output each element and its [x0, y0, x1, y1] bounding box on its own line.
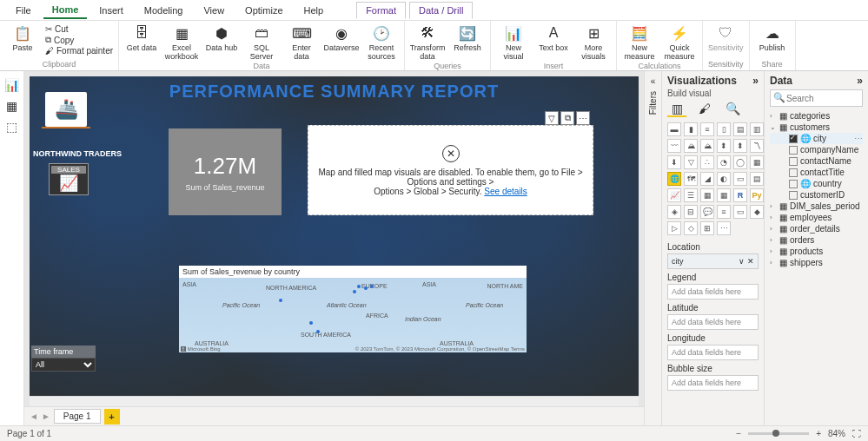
zoom-in-button[interactable]: + — [816, 429, 821, 438]
get-more-visuals-icon[interactable]: ⋯ — [717, 221, 731, 235]
fit-to-page-button[interactable]: ⛶ — [852, 429, 861, 438]
checkbox[interactable] — [789, 168, 798, 177]
clustered-column-icon[interactable]: ▯ — [717, 122, 731, 136]
sql-button[interactable]: 🗃SQL Server — [244, 24, 279, 61]
matrix-icon[interactable]: ▦ — [717, 188, 731, 202]
stacked-column-icon[interactable]: ▮ — [684, 122, 698, 136]
paste-button[interactable]: 📋Paste — [5, 24, 40, 52]
custom2-icon[interactable]: ⊞ — [700, 221, 714, 235]
narrative-icon[interactable]: ≡ — [717, 205, 731, 219]
collapse-data-icon[interactable]: » — [857, 75, 863, 87]
tab-file[interactable]: File — [7, 3, 40, 18]
bubble-well[interactable]: Add data fields here — [667, 375, 759, 391]
field-companyname[interactable]: companyName — [770, 144, 863, 155]
excel-button[interactable]: ▦Excel workbook — [164, 24, 199, 61]
line-col-icon[interactable]: ⬍ — [717, 139, 731, 153]
checkbox[interactable] — [789, 146, 798, 155]
table-orders[interactable]: ›▦orders — [770, 234, 863, 246]
expand-filters-icon[interactable]: « — [651, 76, 656, 86]
funnel-icon[interactable]: ▽ — [684, 155, 698, 169]
field-contacttitle[interactable]: contactTitle — [770, 167, 863, 178]
checkbox[interactable] — [789, 191, 798, 200]
field-customerid[interactable]: customerID — [770, 189, 863, 201]
kpi-icon[interactable]: 📈 — [667, 188, 681, 202]
focus-icon[interactable]: ⧉ — [560, 111, 574, 125]
timeframe-select[interactable]: All — [31, 358, 96, 372]
table-dim[interactable]: ›▦DIM_sales_period — [770, 201, 863, 212]
paginated-icon[interactable]: ▭ — [733, 205, 747, 219]
table-shippers[interactable]: ›▦shippers — [770, 257, 863, 268]
see-details-link[interactable]: See details — [484, 187, 527, 196]
close-icon[interactable]: ✕ — [442, 145, 460, 162]
zoom-slider[interactable] — [748, 432, 809, 435]
stacked-area-icon[interactable]: ⛰ — [700, 139, 714, 153]
table-customers[interactable]: ⌄▦customers — [770, 122, 863, 133]
card-icon[interactable]: ▭ — [733, 172, 747, 186]
decomp-tree-icon[interactable]: ⊟ — [684, 205, 698, 219]
report-canvas[interactable]: PERFORMANCE SUMMARY REPORT 🚢 NORTHWIND T… — [30, 76, 639, 396]
collapse-vis-icon[interactable]: » — [752, 75, 759, 87]
donut-icon[interactable]: ◯ — [733, 155, 747, 169]
pie-icon[interactable]: ◔ — [717, 155, 731, 169]
checkbox-checked[interactable] — [789, 135, 798, 143]
more-options-icon[interactable]: ⋯ — [576, 111, 590, 125]
tab-help[interactable]: Help — [295, 3, 333, 18]
table-orderdetails[interactable]: ›▦order_details — [770, 223, 863, 234]
field-city[interactable]: 🌐city⋯ — [770, 133, 863, 144]
format-visual-tab[interactable]: 🖌 — [695, 102, 714, 117]
checkbox[interactable] — [789, 180, 798, 188]
timeframe-slicer[interactable]: Time frame All — [31, 346, 96, 372]
key-influencer-icon[interactable]: ◈ — [667, 205, 681, 219]
custom1-icon[interactable]: ◇ — [684, 221, 698, 235]
quick-measure-button[interactable]: ⚡Quick measure — [662, 24, 697, 61]
tab-home[interactable]: Home — [43, 2, 88, 19]
prev-page-button[interactable]: ◄ — [30, 411, 38, 421]
map-visual[interactable]: Sum of Sales_revenue by country ASIA NOR… — [179, 266, 527, 352]
powerapps-icon[interactable]: ◆ — [750, 205, 764, 219]
field-country[interactable]: 🌐country — [770, 178, 863, 189]
map-icon[interactable]: 🌐 — [667, 172, 681, 186]
filter-icon[interactable]: ▽ — [545, 111, 559, 125]
field-dropdown-icon[interactable]: ∨ ✕ — [739, 257, 754, 266]
line-col2-icon[interactable]: ⬍ — [733, 139, 747, 153]
slicer-icon[interactable]: ☰ — [684, 188, 698, 202]
data-hub-button[interactable]: ⬢Data hub — [204, 24, 239, 52]
format-painter-button[interactable]: 🖌Format painter — [45, 46, 113, 56]
stacked-bar-icon[interactable]: ▬ — [667, 122, 681, 136]
table-categories[interactable]: ›▦categories — [770, 110, 863, 122]
waterfall-icon[interactable]: ⬇ — [667, 155, 681, 169]
100stacked-col-icon[interactable]: ▥ — [750, 122, 764, 136]
field-contactname[interactable]: contactName — [770, 155, 863, 167]
100stacked-bar-icon[interactable]: ▤ — [733, 122, 747, 136]
new-measure-button[interactable]: 🧮New measure — [622, 24, 657, 61]
more-visuals-button[interactable]: ⊞More visuals — [576, 24, 611, 61]
analytics-tab[interactable]: 🔍 — [723, 102, 742, 117]
transform-data-button[interactable]: 🛠Transform data — [410, 24, 445, 61]
recent-sources-button[interactable]: 🕑Recent sources — [364, 24, 399, 61]
table-icon[interactable]: ▦ — [700, 188, 714, 202]
tab-optimize[interactable]: Optimize — [236, 3, 291, 18]
longitude-well[interactable]: Add data fields here — [667, 345, 759, 360]
data-view-icon[interactable]: ▦ — [6, 99, 17, 113]
model-view-icon[interactable]: ⬚ — [6, 120, 17, 134]
table-employees[interactable]: ›▦employees — [770, 212, 863, 223]
legend-well[interactable]: Add data fields here — [667, 284, 759, 299]
cut-button[interactable]: ✂Cut — [45, 24, 113, 34]
add-page-button[interactable]: + — [104, 409, 120, 425]
latitude-well[interactable]: Add data fields here — [667, 314, 759, 330]
build-visual-tab[interactable]: ▥ — [667, 102, 686, 117]
next-page-button[interactable]: ► — [42, 411, 50, 421]
filled-map-icon[interactable]: 🗺 — [684, 172, 698, 186]
r-visual-icon[interactable]: R — [733, 188, 747, 202]
line-icon[interactable]: 〰 — [667, 139, 681, 153]
text-box-button[interactable]: AText box — [536, 24, 571, 52]
refresh-button[interactable]: 🔄Refresh — [450, 24, 485, 52]
table-products[interactable]: ›▦products — [770, 246, 863, 257]
page-tab-1[interactable]: Page 1 — [54, 409, 101, 424]
py-visual-icon[interactable]: Py — [750, 188, 764, 202]
publish-button[interactable]: ☁Publish — [755, 24, 790, 52]
field-more-icon[interactable]: ⋯ — [854, 134, 863, 143]
powerautomate-icon[interactable]: ▷ — [667, 221, 681, 235]
zoom-out-button[interactable]: − — [736, 429, 741, 438]
gauge-icon[interactable]: ◐ — [717, 172, 731, 186]
